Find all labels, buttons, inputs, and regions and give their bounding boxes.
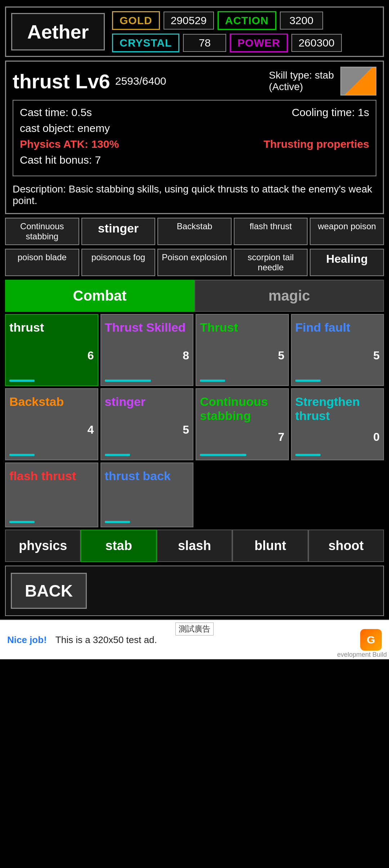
ad-logo: G <box>360 629 382 651</box>
skill-card-bar-3 <box>295 380 321 382</box>
related-skill2-btn-1[interactable]: poisonous fog <box>81 249 156 276</box>
skill-card-level-4: 4 <box>9 423 94 437</box>
back-section: BACK <box>5 566 384 616</box>
skill-card-level-7: 0 <box>295 430 380 444</box>
cast-time: Cast time: 0.5s <box>20 106 92 119</box>
gold-label: GOLD <box>112 11 160 30</box>
skill-card-0[interactable]: thrust6 <box>5 314 98 386</box>
skill-card-empty-0 <box>196 462 289 527</box>
skill-card-last-name-0: flash thrust <box>9 469 94 483</box>
skill-description: Description: Basic stabbing skills, usin… <box>13 180 376 208</box>
skill-card-last-name-1: thrust back <box>105 469 189 483</box>
hit-bonus-row: Cast hit bonus: 7 <box>20 154 369 166</box>
power-value: 260300 <box>291 34 342 52</box>
related-skill2-btn-2[interactable]: Poison explosion <box>157 249 232 276</box>
skill-card-level-2: 5 <box>200 349 285 362</box>
skill-type: Skill type: stab (Active) <box>269 70 334 93</box>
skill-timing-row: Cast time: 0.5s Cooling time: 1s <box>20 106 369 119</box>
skill-card-name-2: Thrust <box>200 320 285 335</box>
physics-atk: Physics ATK: 130% <box>20 138 119 150</box>
skill-card-4[interactable]: Backstab4 <box>5 388 98 460</box>
skill-card-level-3: 5 <box>295 349 380 362</box>
skill-card-bar-5 <box>105 454 130 456</box>
skill-card-name-6: Continuous stabbing <box>200 395 285 423</box>
power-label: POWER <box>230 34 287 52</box>
back-button[interactable]: BACK <box>11 573 87 609</box>
skill-card-name-5: stinger <box>105 395 189 409</box>
skill-card-name-3: Find fault <box>295 320 380 335</box>
skill-card-level-5: 5 <box>105 423 189 437</box>
dev-build: evelopment Build <box>337 651 387 659</box>
cast-object: cast object: enemy <box>20 122 110 134</box>
skill-grid: thrust6Thrust Skilled8Thrust5Find fault5… <box>5 314 384 460</box>
physics-row: Physics ATK: 130% Thrusting properties <box>20 138 369 150</box>
related-skill-btn-4[interactable]: weapon poison <box>310 218 384 245</box>
skill-card-last-bar-0 <box>9 521 35 523</box>
skill-title-row: thrust Lv6 2593/6400 Skill type: stab (A… <box>13 67 376 96</box>
skill-card-last-0[interactable]: flash thrust <box>5 462 98 527</box>
filter-btn-physics[interactable]: physics <box>5 530 81 562</box>
header-container: Aether GOLD 290529 ACTION 3200 CRYSTAL 7… <box>5 6 384 57</box>
skill-card-1[interactable]: Thrust Skilled8 <box>100 314 194 386</box>
related-skill-btn-3[interactable]: flash thrust <box>234 218 308 245</box>
filter-row: physicsstabslashbluntshoot <box>5 530 384 562</box>
skill-card-bar-6 <box>200 454 246 456</box>
gold-value: 290529 <box>164 12 214 30</box>
tab-magic[interactable]: magic <box>194 280 384 312</box>
filter-btn-shoot[interactable]: shoot <box>308 530 384 562</box>
header-stats: GOLD 290529 ACTION 3200 CRYSTAL 78 POWER… <box>112 11 378 52</box>
hit-bonus: Cast hit bonus: 7 <box>20 154 101 166</box>
related-skill-btn-2[interactable]: Backstab <box>157 218 232 245</box>
related-skill2-btn-0[interactable]: poison blade <box>5 249 79 276</box>
ad-banner: 測試廣告 Nice job! This is a 320x50 test ad.… <box>0 620 389 659</box>
skill-card-bar-7 <box>295 454 321 456</box>
ad-text: This is a 320x50 test ad. <box>55 634 157 646</box>
skill-card-3[interactable]: Find fault5 <box>291 314 384 386</box>
cast-object-row: cast object: enemy <box>20 122 369 134</box>
action-label: ACTION <box>218 11 276 30</box>
skill-details: Cast time: 0.5s Cooling time: 1s cast ob… <box>13 100 376 176</box>
skill-card-empty-1 <box>291 462 384 527</box>
skill-grid-last: flash thrustthrust back <box>5 462 384 527</box>
skill-card-bar-4 <box>9 454 35 456</box>
filter-btn-slash[interactable]: slash <box>157 530 232 562</box>
skill-panel: thrust Lv6 2593/6400 Skill type: stab (A… <box>5 61 384 214</box>
skill-card-2[interactable]: Thrust5 <box>196 314 289 386</box>
thrusting-prop: Thrusting properties <box>264 138 369 150</box>
skill-card-5[interactable]: stinger5 <box>100 388 194 460</box>
related-skill2-btn-4[interactable]: Healing <box>310 249 384 276</box>
ad-nice: Nice job! <box>7 634 47 646</box>
stat-row-bottom: CRYSTAL 78 POWER 260300 <box>112 34 378 52</box>
skill-card-name-1: Thrust Skilled <box>105 320 189 335</box>
crystal-value: 78 <box>183 34 226 52</box>
related-skills-row1: Continuous stabbingstingerBackstabflash … <box>5 218 384 245</box>
filter-btn-blunt[interactable]: blunt <box>232 530 308 562</box>
skill-card-bar-0 <box>9 380 35 382</box>
action-value: 3200 <box>280 12 323 30</box>
skill-card-level-1: 8 <box>105 349 189 362</box>
tab-combat[interactable]: Combat <box>5 280 194 312</box>
skill-card-bar-2 <box>200 380 225 382</box>
skill-card-name-4: Backstab <box>9 395 94 409</box>
filter-btn-stab[interactable]: stab <box>81 530 156 562</box>
character-name: Aether <box>11 13 105 50</box>
skill-card-name-7: Strengthen thrust <box>295 395 380 423</box>
cooling-time: Cooling time: 1s <box>292 106 369 119</box>
tab-row: Combat magic <box>5 280 384 312</box>
skill-card-name-0: thrust <box>9 320 94 335</box>
skill-card-level-0: 6 <box>9 349 94 362</box>
skill-card-last-1[interactable]: thrust back <box>100 462 194 527</box>
skill-card-level-6: 7 <box>200 430 285 444</box>
skill-card-7[interactable]: Strengthen thrust0 <box>291 388 384 460</box>
related-skill2-btn-3[interactable]: scorpion tail needle <box>234 249 308 276</box>
related-skill-btn-0[interactable]: Continuous stabbing <box>5 218 79 245</box>
stat-row-top: GOLD 290529 ACTION 3200 <box>112 11 378 30</box>
ad-title: 測試廣告 <box>175 623 214 636</box>
related-skill-btn-1[interactable]: stinger <box>81 218 156 245</box>
crystal-label: CRYSTAL <box>112 34 179 52</box>
skill-card-6[interactable]: Continuous stabbing7 <box>196 388 289 460</box>
skill-card-last-bar-1 <box>105 521 130 523</box>
skill-card-bar-1 <box>105 380 151 382</box>
skill-xp: 2593/6400 <box>115 75 166 87</box>
skill-name: thrust Lv6 <box>13 70 110 93</box>
